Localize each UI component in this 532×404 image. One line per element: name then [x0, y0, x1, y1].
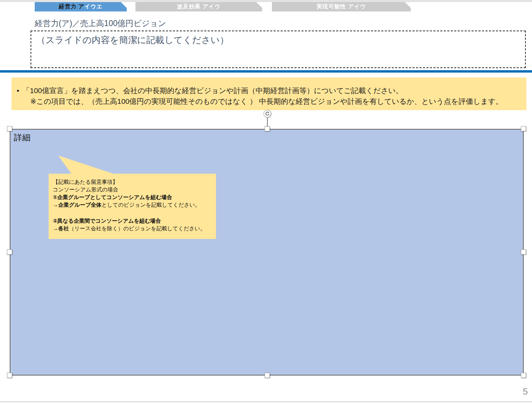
page-number: 5	[523, 386, 528, 397]
callout-spacer	[53, 209, 212, 217]
rotate-handle-stem	[267, 118, 268, 127]
guidance-note-line2: ※この項目では、（売上高100億円の実現可能性そのものではなく ） 中長期的な経…	[30, 96, 522, 107]
callout-case1-title: ①企業グループとしてコンソーシアムを組む場合	[53, 193, 212, 201]
rotate-handle[interactable]	[264, 110, 271, 117]
callout-intro: コンソーシアム形式の場合	[53, 186, 212, 193]
resize-handle-bottom-right[interactable]	[521, 373, 526, 378]
callout-tail	[56, 154, 118, 174]
resize-handle-middle-left[interactable]	[7, 249, 12, 255]
tab-management-power-label-suffix: イウエ	[84, 3, 102, 10]
detail-label: 詳細	[14, 132, 523, 143]
tab-management-power-label: 経営力 ア	[59, 3, 85, 10]
callout-case1-rest: としてのビジョンを記載してください。	[102, 202, 200, 208]
resize-handle-bottom-left[interactable]	[7, 373, 12, 378]
rotate-icon	[265, 111, 270, 116]
callout-case2-body: →各社（リース会社を除く）のビジョンを記載してください。	[53, 225, 212, 232]
bullet-icon: •	[17, 85, 23, 96]
header-divider	[0, 70, 532, 73]
summary-placeholder-text: （スライドの内容を簡潔に記載してください）	[36, 34, 522, 46]
resize-handle-top-right[interactable]	[521, 126, 526, 131]
callout-case2-title: ②異なる企業間でコンソーシアムを組む場合	[53, 217, 212, 225]
guidance-note-line1: 「100億宣言」を踏まえつつ、会社の中長期的な経営ビジョンや計画（中期経営計画等…	[23, 85, 403, 96]
guidance-note-box[interactable]: • 「100億宣言」を踏まえつつ、会社の中長期的な経営ビジョンや計画（中期経営計…	[11, 77, 526, 110]
callout-case2-rest: （リース会社を除く）のビジョンを記載してください。	[69, 225, 206, 231]
callout-case1-body: →企業グループ全体としてのビジョンを記載してください。	[53, 201, 212, 209]
tab-ripple-effect-label: 波及効果 アイウ	[177, 3, 221, 10]
resize-handle-top-middle[interactable]	[265, 126, 270, 131]
summary-placeholder-box[interactable]: （スライドの内容を簡潔に記載してください）	[31, 31, 526, 68]
resize-handle-top-left[interactable]	[7, 126, 12, 131]
slide-bottom-edge	[0, 401, 532, 402]
resize-handle-middle-right[interactable]	[521, 249, 526, 255]
notes-callout[interactable]: 【記載にあたる留意事項】 コンソーシアム形式の場合 ①企業グループとしてコンソー…	[49, 174, 216, 239]
slide-top-edge	[0, 0, 532, 2]
callout-case1-lead: →企業グループ全体	[53, 202, 102, 208]
tab-ripple-effect[interactable]: 波及効果 アイウ	[135, 2, 262, 11]
tab-feasibility-label: 実現可能性 アイウ	[317, 3, 366, 10]
resize-handle-bottom-middle[interactable]	[265, 373, 270, 378]
callout-case2-lead: →各社	[53, 225, 69, 231]
tab-management-power[interactable]: 経営力 アイウエ	[35, 2, 127, 11]
page-title: 経営力(ア)／売上高100億円ビジョン	[35, 18, 166, 29]
callout-heading: 【記載にあたる留意事項】	[53, 178, 212, 186]
tab-feasibility[interactable]: 実現可能性 アイウ	[272, 2, 411, 11]
